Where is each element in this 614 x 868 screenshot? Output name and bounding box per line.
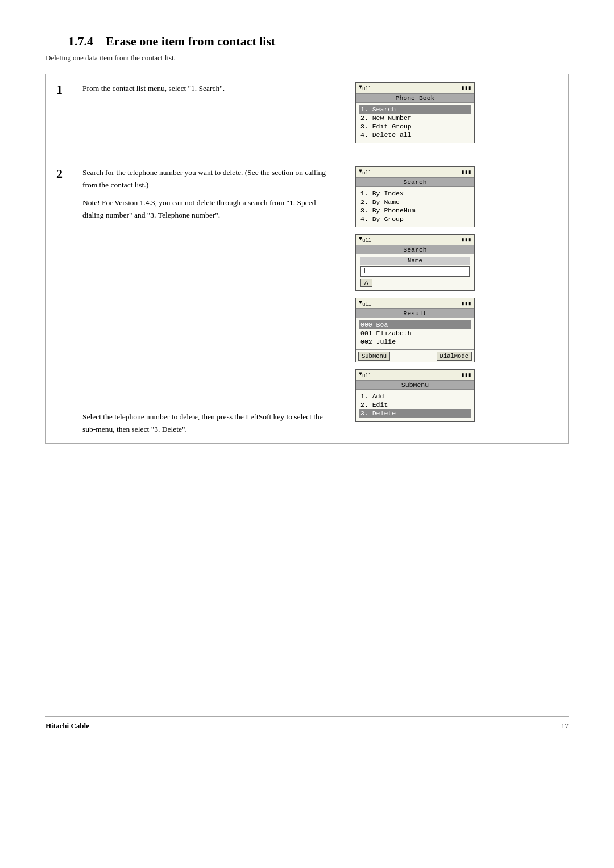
result-footer: SubMenu DialMode [356,349,474,362]
step1-para1: From the contact list menu, select "1. S… [82,82,337,95]
status-bar-1: ▼ull ▮▮▮ [356,83,474,94]
step2-para2: Note! For Version 1.4.3, you can not del… [82,197,337,221]
step-row-2: 2 Search for the telephone number you wa… [46,158,569,444]
page-footer: Hitachi Cable 17 [45,716,569,731]
footer-page: 17 [561,721,569,731]
submenu-add: 1. Add [360,392,470,400]
signal-icon-2: ▼ull [359,168,371,176]
search-by-name: 2. By Name [360,198,470,206]
input-field-name: | [360,266,470,277]
battery-icon-1: ▮▮▮ [461,85,471,91]
search-name-body: Name | A [356,254,474,290]
submenu-btn[interactable]: SubMenu [358,352,390,361]
submenu-edit: 2. Edit [360,400,470,409]
step-text-1: From the contact list menu, select "1. S… [73,74,346,158]
step-text-2: Search for the telephone number you want… [73,158,346,444]
search-name-screen: ▼ull ▮▮▮ Search Name | A [355,234,475,291]
search-by-group: 4. By Group [360,215,470,223]
menu-item-search: 1. Search [359,105,471,114]
search-menu-body: 1. By Index 2. By Name 3. By PhoneNum 4.… [356,187,474,227]
section-subtitle: Deleting one data item from the contact … [45,53,569,62]
status-bar-2: ▼ull ▮▮▮ [356,167,474,178]
menu-item-editgroup: 3. Edit Group [360,122,470,131]
search-menu-header: Search [356,178,474,187]
battery-icon-3: ▮▮▮ [461,236,471,243]
battery-icon-5: ▮▮▮ [461,372,471,378]
section-heading: Erase one item from contact list [106,34,275,48]
step2-para1: Search for the telephone number you want… [82,166,337,191]
steps-table: 1 From the contact list menu, select "1.… [45,74,569,444]
section-number: 1.7.4 [68,34,93,48]
step1-screens: ▼ull ▮▮▮ Phone Book 1. Search 2. New Num… [346,74,569,158]
search-by-phonenum: 3. By PhoneNum [360,206,470,215]
key-hint-a: A [360,279,372,287]
footer-company: Hitachi Cable [45,721,89,731]
submenu-body: 1. Add 2. Edit 3. Delete [356,390,474,421]
search-name-header: Search [356,245,474,254]
menu-item-newnumber: 2. New Number [360,114,470,122]
result-row-2: 002 Julie [360,337,470,346]
search-menu-screen: ▼ull ▮▮▮ Search 1. By Index 2. By Name 3… [355,166,475,227]
result-row-1: 001 Elizabeth [360,329,470,337]
step-number-1: 1 [46,74,73,158]
phonebook-header: Phone Book [356,94,474,103]
submenu-delete: 3. Delete [359,409,471,418]
search-by-index: 1. By Index [360,189,470,198]
phonebook-body: 1. Search 2. New Number 3. Edit Group 4.… [356,103,474,143]
signal-icon-4: ▼ull [359,299,371,307]
signal-icon-3: ▼ull [359,236,371,244]
status-bar-4: ▼ull ▮▮▮ [356,298,474,309]
step-number-2: 2 [46,158,73,444]
menu-item-deleteall: 4. Delete all [360,131,470,139]
step-row-1: 1 From the contact list menu, select "1.… [46,74,569,158]
submenu-screen: ▼ull ▮▮▮ SubMenu 1. Add 2. Edit 3. Delet… [355,369,475,422]
signal-icon-5: ▼ull [359,371,371,379]
phonebook-screen: ▼ull ▮▮▮ Phone Book 1. Search 2. New Num… [355,82,475,143]
battery-icon-2: ▮▮▮ [461,169,471,176]
section-title: 1.7.4 Erase one item from contact list [68,34,569,49]
signal-icon-1: ▼ull [359,84,371,92]
input-label-name: Name [360,257,470,265]
submenu-header: SubMenu [356,381,474,390]
step2-para3: Select the telephone number to delete, t… [82,411,337,435]
status-bar-3: ▼ull ▮▮▮ [356,235,474,245]
result-header: Result [356,309,474,318]
battery-icon-4: ▮▮▮ [461,300,471,307]
status-bar-5: ▼ull ▮▮▮ [356,370,474,381]
result-screen: ▼ull ▮▮▮ Result 000 Boa 001 Elizabeth 00… [355,298,475,362]
step2-screens: ▼ull ▮▮▮ Search 1. By Index 2. By Name 3… [346,158,569,444]
dialmode-btn[interactable]: DialMode [437,352,472,361]
result-body: 000 Boa 001 Elizabeth 002 Julie [356,318,474,349]
result-row-0: 000 Boa [359,320,471,329]
